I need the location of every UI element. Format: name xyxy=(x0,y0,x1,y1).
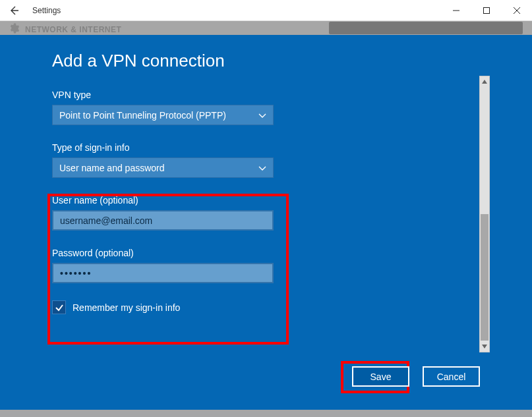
signin-type-select[interactable]: User name and password xyxy=(52,157,274,178)
scrollbar[interactable] xyxy=(479,76,490,352)
window-controls xyxy=(441,0,532,20)
page-header-strip: NETWORK & INTERNET xyxy=(0,21,532,35)
dialog-title: Add a VPN connection xyxy=(52,51,480,71)
remember-label: Remember my sign-in info xyxy=(73,302,180,313)
footer-strip xyxy=(0,410,532,417)
close-button[interactable] xyxy=(502,0,532,20)
arrow-left-icon xyxy=(9,5,19,16)
scroll-down-icon[interactable] xyxy=(480,341,489,352)
back-button[interactable] xyxy=(0,0,27,20)
signin-type-label: Type of sign-in info xyxy=(52,142,480,153)
remember-checkbox-row[interactable]: Remember my sign-in info xyxy=(52,300,480,314)
username-label: User name (optional) xyxy=(52,195,480,206)
signin-type-field: Type of sign-in info User name and passw… xyxy=(52,142,480,178)
vpn-dialog: Add a VPN connection VPN type Point to P… xyxy=(0,35,532,410)
vpn-type-select[interactable]: Point to Point Tunneling Protocol (PPTP) xyxy=(52,105,274,125)
username-input[interactable]: username@email.com xyxy=(52,210,274,231)
password-value: ••••••• xyxy=(60,268,92,279)
vpn-type-field: VPN type Point to Point Tunneling Protoc… xyxy=(52,90,480,125)
chevron-down-icon xyxy=(258,163,266,173)
save-button[interactable]: Save xyxy=(352,366,409,387)
password-field: Password (optional) ••••••• xyxy=(52,248,480,283)
chevron-down-icon xyxy=(258,110,266,121)
vpn-type-value: Point to Point Tunneling Protocol (PPTP) xyxy=(59,110,226,121)
scroll-thumb[interactable] xyxy=(481,214,488,341)
minimize-button[interactable] xyxy=(441,0,471,20)
username-value: username@email.com xyxy=(60,215,152,226)
search-field-bg xyxy=(329,22,523,34)
username-field: User name (optional) username@email.com xyxy=(52,195,480,231)
section-heading: NETWORK & INTERNET xyxy=(25,25,121,34)
cancel-button[interactable]: Cancel xyxy=(423,366,480,387)
password-input[interactable]: ••••••• xyxy=(52,263,274,283)
vpn-type-label: VPN type xyxy=(52,90,480,100)
signin-type-value: User name and password xyxy=(59,163,165,173)
svg-rect-1 xyxy=(484,7,490,13)
maximize-button[interactable] xyxy=(471,0,502,20)
check-icon xyxy=(55,303,64,312)
window-title: Settings xyxy=(27,6,61,15)
titlebar: Settings xyxy=(0,0,532,21)
remember-checkbox[interactable] xyxy=(52,300,66,314)
password-label: Password (optional) xyxy=(52,248,480,258)
scroll-up-icon[interactable] xyxy=(480,76,489,87)
gear-icon xyxy=(8,22,20,35)
